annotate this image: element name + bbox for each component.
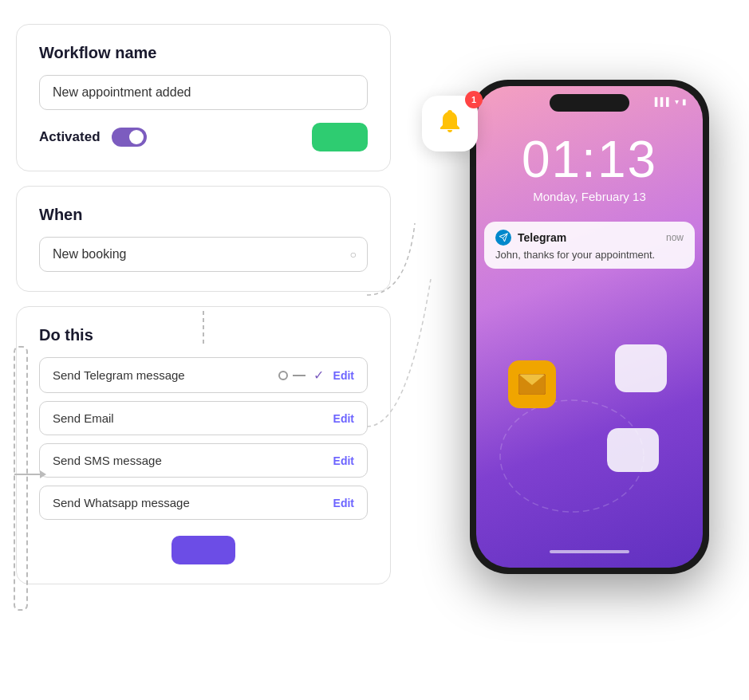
activated-label: Activated: [39, 129, 101, 145]
do-this-card: Do this Send Telegram message ✓ Edit Sen…: [16, 306, 391, 584]
checkmark-icon: ✓: [313, 368, 324, 383]
email-envelope-icon: [518, 374, 546, 395]
action-connector-icons: ✓: [278, 368, 324, 383]
bell-badge: 1: [465, 91, 483, 108]
when-title: When: [39, 206, 368, 224]
edit-telegram-link[interactable]: Edit: [333, 369, 354, 382]
signal-icon: ▌▌▌: [655, 97, 672, 106]
do-this-title: Do this: [39, 326, 368, 344]
phone-date: Monday, February 13: [476, 190, 703, 203]
action-list: Send Telegram message ✓ Edit Send Email …: [39, 357, 368, 520]
wifi-icon: ▾: [675, 97, 679, 106]
bell-icon: [436, 109, 464, 138]
save-button[interactable]: [312, 123, 368, 151]
phone-time: 01:13: [476, 130, 703, 189]
when-card: When ○: [16, 186, 391, 292]
phone-status-bar: ▌▌▌ ▾ ▮: [476, 97, 703, 106]
action-label-sms: Send SMS message: [53, 454, 333, 467]
activated-toggle[interactable]: [112, 128, 147, 147]
telegram-icon: [499, 233, 508, 242]
workflow-card: Workflow name Activated: [16, 24, 391, 171]
edit-email-link[interactable]: Edit: [333, 412, 354, 425]
connector-dot-icon: [278, 371, 288, 380]
phone-screen: ▌▌▌ ▾ ▮ 01:13 Monday, February 13 Telegr…: [476, 86, 703, 568]
add-action-button[interactable]: [171, 536, 235, 564]
telegram-notification: Telegram now John, thanks for your appoi…: [484, 222, 695, 269]
left-panel: Workflow name Activated When ○ Do this S…: [16, 24, 391, 584]
action-item-telegram: Send Telegram message ✓ Edit: [39, 357, 368, 393]
action-item-email: Send Email Edit: [39, 401, 368, 435]
action-label-whatsapp: Send Whatsapp message: [53, 496, 333, 509]
connector-dash-icon: [293, 375, 306, 376]
phone-body: ▌▌▌ ▾ ▮ 01:13 Monday, February 13 Telegr…: [470, 80, 709, 574]
svg-point-4: [447, 110, 452, 115]
battery-icon: ▮: [682, 97, 687, 106]
edit-sms-link[interactable]: Edit: [333, 454, 354, 467]
circle-icon: ○: [350, 248, 357, 261]
phone-mockup: 1 ▌▌▌ ▾ ▮ 01:13 Monday, February 13: [446, 40, 733, 614]
bell-icon-wrapper: 1: [422, 96, 478, 151]
app-icon-2: [607, 428, 659, 472]
notif-header: Telegram now: [495, 230, 684, 246]
action-label-telegram: Send Telegram message: [53, 368, 278, 382]
workflow-name-input[interactable]: [39, 75, 368, 110]
notif-app-name: Telegram: [518, 231, 660, 244]
notif-time: now: [666, 232, 684, 243]
action-item-whatsapp: Send Whatsapp message Edit: [39, 486, 368, 520]
telegram-logo-icon: [495, 230, 511, 246]
edit-whatsapp-link[interactable]: Edit: [333, 497, 354, 509]
notif-message: John, thanks for your appointment.: [495, 249, 684, 261]
action-label-email: Send Email: [53, 411, 333, 425]
trigger-input[interactable]: [39, 237, 368, 272]
email-app-icon: [508, 360, 556, 408]
phone-home-indicator: [550, 550, 629, 553]
trigger-input-wrapper: ○: [39, 237, 368, 272]
workflow-title: Workflow name: [39, 44, 368, 62]
bell-notification-widget: 1: [422, 96, 478, 151]
action-item-sms: Send SMS message Edit: [39, 443, 368, 478]
app-icon-1: [615, 344, 667, 392]
